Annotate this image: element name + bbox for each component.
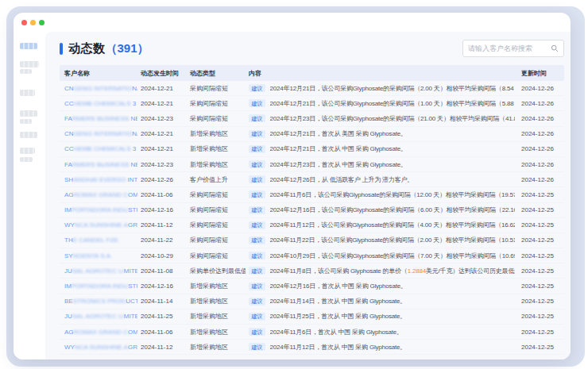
customer-name-link[interactable]: IMPORTADORA INDUSTRIA... — [64, 206, 137, 213]
content-text: 2024年11月8日，该公司采购 Glyphosate 的单价（1.2884美元… — [270, 267, 515, 275]
dynamic-type-cell: 采购间隔缩短 — [187, 84, 246, 93]
table-row[interactable]: IMPORTADORA INDUSTRIA...2024-12-16新增采购地区… — [60, 279, 564, 294]
suggestion-badge: 建议 — [249, 252, 265, 259]
title-accent-bar — [60, 43, 63, 55]
customer-name-link[interactable]: WYNCA SUNSHINE AGRIC ... — [64, 221, 137, 229]
customer-name-prefix: WY — [64, 221, 75, 229]
customer-name-suffix: NAL L... — [132, 130, 137, 137]
table-row[interactable]: BESTRONICS PRODUCTIO...2024-11-14新增采购地区建… — [60, 294, 564, 309]
window-minimize-button[interactable] — [30, 20, 36, 25]
dynamic-type-cell: 采购间隔缩短 — [187, 252, 246, 260]
customer-name-link[interactable]: SHANGHAI EVERSO INTER... — [64, 176, 137, 183]
sidebar-item-placeholder-1[interactable] — [20, 43, 37, 49]
content-text: 2024年12月23日，首次从 中国 采购 Glyphosate。 — [270, 160, 407, 169]
table-row[interactable]: THE CANDEL FZE2024-11-22采购间隔缩短建议2024年11月… — [60, 233, 564, 248]
table-row[interactable]: SHANGHAI EVERSO INTER...2024-12-26客户价值上升… — [60, 172, 564, 187]
sidebar-item-placeholder-5[interactable] — [20, 110, 37, 117]
table-row[interactable]: JUSAL AGROTEC LIMITED2024-11-25新增采购地区建议2… — [60, 309, 564, 325]
customer-name-suffix: INTER... — [128, 176, 137, 183]
content-text-plain: 2024年11月12日，首次从 中国 采购 Glyphosate。 — [270, 344, 407, 351]
dynamic-type-cell: 采购间隔缩短 — [187, 206, 246, 214]
table-row[interactable]: AGROMAX GRAND COMPA...2024-11-06采购间隔缩短建议… — [60, 187, 564, 202]
occurred-time-cell: 2024-12-23 — [137, 115, 187, 122]
suggestion-badge: 建议 — [249, 343, 265, 351]
customer-name-cell: AGROMAX GRAND COMPA... — [60, 329, 137, 336]
table-row[interactable]: FARMERS BUSINESS NET...2024-12-23新增采购地区建… — [60, 157, 564, 172]
customer-name-masked: NCA SUNSHINE A — [75, 221, 128, 229]
sidebar-item-placeholder-9[interactable] — [20, 157, 33, 162]
content-text: 2024年12月16日，首次从 中国 采购 Glyphosate。 — [270, 282, 407, 290]
dynamic-type-cell: 新增采购地区 — [187, 129, 246, 138]
customer-search-box[interactable] — [462, 40, 564, 57]
customer-name-link[interactable]: CCHEMB CHEMICALS 3 LLC — [64, 100, 137, 107]
updated-time-cell: 2024-12-25 — [518, 221, 564, 229]
suggestion-badge: 建议 — [249, 328, 265, 336]
window-maximize-button[interactable] — [39, 20, 44, 25]
customer-name-prefix: CC — [64, 145, 74, 152]
customer-name-link[interactable]: BESTRONICS PRODUCTIO... — [64, 298, 137, 305]
customer-name-link[interactable]: AGROMAX GRAND COMPA... — [64, 191, 137, 198]
dynamic-type-cell: 采购单价达到最低值 — [187, 267, 246, 275]
content-cell: 建议2024年11月12日，首次从 中国 采购 Glyphosate。 — [246, 343, 518, 352]
customer-name-link[interactable]: AGROMAX GRAND COMPA... — [64, 329, 137, 336]
updated-time-cell: 2024-12-26 — [518, 161, 564, 168]
suggestion-badge: 建议 — [249, 145, 265, 153]
customer-name-link[interactable]: CNGENG INTERNATIONAL L... — [64, 85, 137, 92]
customer-name-link[interactable]: SYNGENTA S.A. — [64, 252, 112, 259]
occurred-time-cell: 2024-11-12 — [137, 221, 187, 229]
table-row[interactable]: CCHEMB CHEMICALS 3 LLC2024-12-21新增采购地区建议… — [60, 142, 564, 157]
customer-name-link[interactable]: FARMERS BUSINESS NET... — [64, 161, 137, 168]
dynamics-table: 客户名称动态发生时间动态类型内容更新时间 CNGENG INTERNATIONA… — [60, 65, 564, 359]
table-row[interactable]: WYNCA SUNSHINE AGRIC ...2024-11-12新增采购地区… — [60, 340, 564, 355]
sidebar-item-placeholder-6[interactable] — [20, 119, 32, 124]
content-cell: 建议2024年12月21日，该公司采购Glyphosate的采购间隔（2.00 … — [246, 84, 518, 93]
content-text: 2024年11月6日，该公司采购Glyphosate的采购间隔（12.00 天）… — [270, 190, 515, 199]
customer-name-suffix: MITED — [124, 267, 137, 275]
customer-name-masked: HEMB CHEMICALS — [74, 145, 133, 152]
table-row[interactable]: CCHEMB CHEMICALS 3 LLC2024-12-21采购间隔缩短建议… — [60, 96, 564, 111]
table-row[interactable]: CNGENG INTERNATIONAL L...2024-12-21采购间隔缩… — [60, 81, 564, 96]
updated-time-cell: 2024-12-25 — [518, 191, 564, 198]
suggestion-badge: 建议 — [249, 313, 265, 321]
customer-name-link[interactable]: WYNCA SUNSHINE AGRIC ... — [64, 344, 137, 351]
content-text-plain: 2024年12月21日，首次从 中国 采购 Glyphosate。 — [270, 145, 407, 152]
content-text-plain: 2024年11月14日，首次从 中国 采购 Glyphosate。 — [270, 298, 407, 305]
occurred-time-cell: 2024-12-21 — [137, 130, 187, 137]
customer-name-cell: WYNCA SUNSHINE AGRIC ... — [60, 344, 137, 351]
sidebar-item-placeholder-3[interactable] — [20, 69, 32, 74]
content-text: 2024年11月12日，该公司采购Glyphosate的采购间隔（4.00 天）… — [270, 221, 515, 229]
sidebar-item-placeholder-8[interactable] — [20, 148, 35, 154]
customer-name-masked: STRONICS PROD — [73, 298, 126, 305]
content-text-plain: 2024年11月6日，该公司采购Glyphosate的采购间隔（12.00 天）… — [270, 191, 515, 198]
content-text-plain: 2024年12月16日，首次从 中国 采购 Glyphosate。 — [270, 283, 407, 290]
table-row[interactable]: CNGENG INTERNATIONAL L...2024-12-21新增采购地… — [60, 127, 564, 142]
content-text: 2024年12月26日，从 低活跃客户 上升为 潜力客户。 — [270, 175, 413, 184]
search-input[interactable] — [468, 44, 551, 52]
customer-name-link[interactable]: JUSAL AGROTEC LIMITED — [64, 267, 137, 275]
search-icon[interactable] — [551, 44, 559, 52]
table-row[interactable]: FARMERS BUSINESS NET...2024-12-23采购间隔缩短建… — [60, 111, 564, 126]
table-row[interactable]: JUSAL AGROTEC LIMITED2024-11-08采购单价达到最低值… — [60, 263, 564, 279]
customer-name-link[interactable]: THE CANDEL FZE — [64, 236, 118, 244]
window-body: 动态数 （391） 客户名称动态发生时间动态类型内容更新时间 CNGENG IN… — [14, 32, 571, 359]
table-row[interactable]: IMPORTADORA INDUSTRIA...2024-12-16采购间隔缩短… — [60, 203, 564, 218]
window-close-button[interactable] — [21, 20, 27, 25]
table-row[interactable]: AGROMAX GRAND COMPA...2024-11-06新增采购地区建议… — [60, 325, 564, 340]
customer-name-link[interactable]: CNGENG INTERNATIONAL L... — [64, 130, 137, 137]
table-row[interactable]: WYNCA SUNSHINE AGRIC ...2024-11-12采购间隔缩短… — [60, 218, 564, 233]
updated-time-cell: 2024-12-25 — [518, 283, 564, 290]
customer-name-link[interactable]: CCHEMB CHEMICALS 3 LLC — [64, 145, 137, 152]
sidebar-nav-rail — [14, 32, 45, 359]
sidebar-item-placeholder-4[interactable] — [20, 90, 35, 96]
table-row[interactable]: SYNGENTA S.A.2024-10-29采购间隔缩短建议2024年10月2… — [60, 248, 564, 263]
sidebar-item-placeholder-7[interactable] — [20, 132, 37, 138]
customer-name-masked: ANGHAI EVERSO — [73, 176, 127, 183]
customer-name-link[interactable]: JUSAL AGROTEC LIMITED — [64, 313, 137, 320]
occurred-time-cell: 2024-11-12 — [137, 344, 187, 351]
customer-name-link[interactable]: IMPORTADORA INDUSTRIA... — [64, 283, 137, 290]
customer-name-link[interactable]: FARMERS BUSINESS NET... — [64, 115, 137, 122]
customer-name-cell: AGROMAX GRAND COMPA... — [60, 191, 137, 198]
occurred-time-cell: 2024-12-23 — [137, 161, 187, 168]
customer-name-cell: JUSAL AGROTEC LIMITED — [60, 313, 137, 320]
sidebar-item-placeholder-2[interactable] — [20, 61, 39, 67]
